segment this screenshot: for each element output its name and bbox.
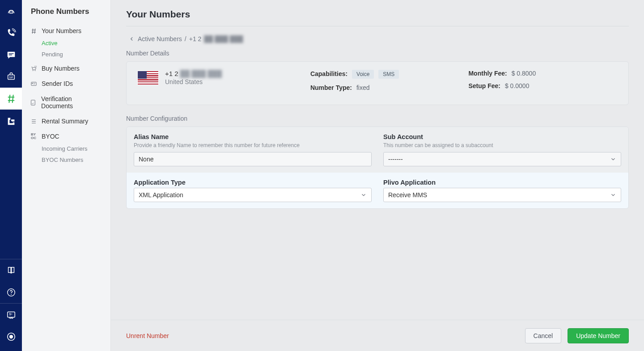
svg-point-4	[10, 12, 10, 12]
svg-point-1	[10, 11, 10, 11]
breadcrumb-number-redacted: ██ ███ ███	[204, 35, 243, 42]
svg-rect-21	[32, 83, 33, 84]
brand-logo-icon[interactable]	[0, 0, 22, 22]
nav-sip-icon[interactable]: SIP	[0, 66, 22, 88]
divider	[126, 26, 629, 26]
sidebar-item-label: Verification Documents	[41, 95, 102, 110]
sidebar-item-byoc[interactable]: BYOC BYOC	[22, 130, 110, 143]
capability-sms: SMS	[378, 70, 399, 79]
number-details-card: +1 2 ██ ███ ███ United States Capabiliti…	[126, 61, 629, 105]
svg-text:123: 123	[34, 65, 36, 67]
nav-voice-icon[interactable]	[0, 22, 22, 44]
sidebar-item-sender-ids[interactable]: Sender IDs	[22, 77, 110, 90]
plivo-app-value: Receive MMS	[388, 191, 427, 199]
phone-number-redacted: ██ ███ ███	[180, 70, 222, 77]
sidebar-item-label: BYOC	[42, 133, 59, 140]
phone-number-country: United States	[165, 78, 222, 85]
breadcrumb-number-prefix: +1 2	[189, 35, 202, 42]
update-number-button[interactable]: Update Number	[568, 328, 629, 343]
nav-account-icon[interactable]	[0, 326, 22, 347]
svg-point-18	[34, 70, 35, 71]
subaccount-help: This number can be assigned to a subacco…	[383, 142, 621, 148]
sidebar-sub-byoc-numbers[interactable]: BYOC Numbers	[22, 154, 110, 165]
subaccount-value: -------	[388, 156, 403, 163]
app-type-value: XML Application	[139, 191, 183, 199]
number-type-label: Number Type:	[310, 84, 352, 91]
svg-point-12	[11, 294, 12, 295]
svg-point-3	[12, 11, 12, 11]
nav-docs-icon[interactable]	[0, 259, 22, 281]
monthly-fee-label: Monthly Fee:	[468, 70, 507, 77]
flag-us-icon	[137, 71, 159, 85]
sidebar-item-label: Your Numbers	[42, 27, 81, 34]
section-label-number-config: Number Configuration	[126, 115, 629, 122]
sidebar-item-verification-docs[interactable]: Verification Documents	[22, 92, 110, 113]
subaccount-select[interactable]: -------	[383, 152, 621, 166]
chevron-down-icon	[610, 156, 616, 162]
sidebar-item-buy-numbers[interactable]: 123 Buy Numbers	[22, 62, 110, 75]
nav-messaging-icon[interactable]	[0, 44, 22, 66]
breadcrumb-back: Active Numbers	[138, 35, 182, 42]
nav-help-icon[interactable]	[0, 281, 22, 303]
cart-icon: 123	[30, 65, 37, 72]
nav-phone-numbers-icon[interactable]	[0, 88, 22, 110]
sidebar-item-label: Buy Numbers	[42, 65, 80, 72]
svg-point-2	[11, 11, 11, 11]
svg-point-5	[11, 12, 11, 12]
svg-text:$=: $=	[9, 312, 13, 315]
number-type-value: fixed	[356, 84, 370, 91]
chevron-left-icon	[129, 36, 135, 42]
list-icon	[30, 118, 37, 125]
nav-trunking-icon[interactable]	[0, 110, 22, 131]
nav-billing-icon[interactable]: $=	[0, 304, 22, 326]
sidebar: Phone Numbers Your Numbers Active Pendin…	[22, 0, 111, 351]
breadcrumb[interactable]: Active Numbers / +1 2 ██ ███ ███	[129, 35, 629, 42]
alias-label: Alias Name	[134, 133, 372, 140]
cancel-button[interactable]: Cancel	[525, 328, 562, 343]
subaccount-label: Sub Account	[383, 133, 621, 140]
hash-icon	[30, 27, 37, 34]
chevron-down-icon	[610, 192, 616, 198]
app-type-label: Application Type	[134, 179, 372, 186]
sidebar-item-label: Sender IDs	[42, 80, 73, 87]
global-nav-rail: SIP $=	[0, 0, 22, 351]
unrent-number-link[interactable]: Unrent Number	[126, 332, 169, 339]
alias-input[interactable]	[134, 152, 372, 166]
svg-rect-7	[8, 53, 13, 54]
sidebar-sub-incoming-carriers[interactable]: Incoming Carriers	[22, 143, 110, 154]
chevron-down-icon	[360, 192, 367, 198]
section-label-number-details: Number Details	[126, 50, 629, 57]
alias-help: Provide a friendly Name to remember this…	[134, 142, 372, 148]
id-icon	[30, 80, 37, 87]
sidebar-title: Phone Numbers	[31, 7, 110, 16]
plivo-app-select[interactable]: Receive MMS	[383, 188, 621, 202]
byoc-icon: BYOC	[30, 133, 37, 140]
app-type-select[interactable]: XML Application	[134, 188, 372, 202]
svg-rect-22	[31, 100, 35, 105]
phone-number-prefix: +1 2	[165, 70, 178, 77]
svg-rect-8	[8, 55, 12, 55]
sidebar-item-your-numbers[interactable]: Your Numbers	[22, 24, 110, 38]
capability-voice: Voice	[352, 70, 374, 79]
main: Your Numbers Active Numbers / +1 2 ██ ██…	[111, 0, 644, 351]
setup-fee-value: $ 0.0000	[505, 82, 530, 89]
plivo-app-label: Plivo Application	[383, 179, 621, 186]
breadcrumb-sep: /	[185, 35, 186, 42]
sidebar-sub-pending[interactable]: Pending	[22, 49, 110, 60]
page-title: Your Numbers	[126, 9, 629, 20]
capabilities-label: Capabilities:	[310, 70, 347, 77]
svg-point-17	[32, 70, 33, 71]
svg-point-6	[12, 12, 12, 12]
sidebar-item-label: Rental Summary	[42, 118, 88, 125]
sidebar-sub-active[interactable]: Active	[22, 38, 110, 49]
sidebar-item-rental-summary[interactable]: Rental Summary	[22, 114, 110, 128]
setup-fee-label: Setup Fee:	[468, 82, 500, 89]
svg-text:SIP: SIP	[9, 76, 13, 78]
number-config-card: Alias Name Provide a friendly Name to re…	[126, 127, 629, 209]
footer: Unrent Number Cancel Update Number	[111, 320, 644, 351]
svg-point-16	[9, 334, 13, 338]
document-check-icon	[30, 99, 37, 106]
monthly-fee-value: $ 0.8000	[512, 70, 536, 77]
